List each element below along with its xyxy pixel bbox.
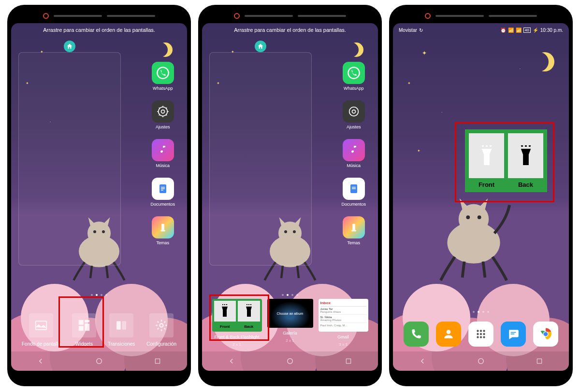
flashlight-preview: Front Back	[212, 299, 262, 332]
nav-recent-button[interactable]	[344, 356, 353, 366]
nav-home-button[interactable]	[476, 356, 486, 366]
svg-point-5	[158, 107, 167, 116]
option-widgets[interactable]: Widgets	[72, 313, 96, 347]
widget-size: 2 x 1	[232, 342, 241, 347]
nav-back-button[interactable]	[227, 356, 236, 366]
front-flash-button[interactable]	[469, 133, 504, 178]
gallery-text: Choose an album	[277, 312, 304, 315]
svg-rect-9	[161, 188, 165, 189]
svg-point-57	[478, 359, 484, 364]
chrome-app[interactable]	[533, 322, 558, 347]
phone-app[interactable]	[404, 322, 429, 347]
app-label: Música	[347, 163, 361, 168]
home-screen-preview[interactable]	[18, 52, 121, 266]
drag-instruction: Arrastre para cambiar el orden de las pa…	[202, 27, 378, 33]
app-ajustes[interactable]: Ajustes	[341, 100, 366, 129]
contacts-app[interactable]	[436, 322, 461, 347]
option-wallpaper[interactable]: Fondo de pantalla	[22, 313, 60, 347]
svg-point-27	[348, 67, 359, 78]
app-documentos[interactable]: Documentos	[150, 178, 175, 207]
back-label: Back	[508, 181, 543, 188]
nav-recent-button[interactable]	[535, 356, 544, 366]
nav-recent-button[interactable]	[153, 356, 162, 366]
option-transitions[interactable]: Transiciones	[108, 313, 135, 347]
svg-rect-17	[79, 326, 84, 331]
app-column: WhatsApp Ajustes Música Documentos Temas	[341, 62, 366, 245]
app-label: Documentos	[341, 202, 366, 207]
app-documentos[interactable]: Documentos	[341, 178, 366, 207]
phone-frame-2: ✦ ✦ Arrastre para cambiar el orden de la…	[198, 5, 382, 386]
app-temas[interactable]: Temas	[150, 216, 175, 245]
nav-bar	[202, 351, 378, 371]
speaker-icon	[107, 15, 155, 17]
home-screen-preview[interactable]	[209, 52, 312, 266]
svg-rect-13	[36, 321, 47, 330]
widget-name: Gmail	[337, 335, 349, 339]
carrier-label: Movistar	[399, 28, 417, 33]
documents-icon	[343, 178, 365, 200]
whatsapp-icon	[343, 62, 365, 84]
widget-gmail[interactable]: Inbox Jonas TarPenguins chaos St. Nikita…	[319, 299, 368, 347]
widgets-icon	[72, 313, 96, 337]
camera-icon	[234, 13, 240, 19]
camera-icon	[43, 13, 49, 19]
app-drawer-button[interactable]	[468, 322, 493, 347]
app-label: Documentos	[150, 202, 175, 207]
svg-rect-8	[161, 187, 165, 188]
svg-rect-34	[351, 230, 356, 232]
dock	[393, 322, 569, 347]
nav-home-button[interactable]	[285, 356, 295, 366]
app-musica[interactable]: Música	[150, 139, 175, 168]
widget-flashlight[interactable]: Front Back Front & Back Flashlight 2 x 1	[212, 299, 262, 347]
svg-rect-12	[160, 230, 165, 232]
app-temas[interactable]: Temas	[341, 216, 366, 245]
phone-top	[393, 9, 569, 23]
svg-rect-22	[156, 359, 160, 363]
svg-point-42	[477, 330, 478, 332]
svg-rect-19	[122, 321, 126, 330]
app-whatsapp[interactable]: WhatsApp	[150, 62, 175, 91]
gallery-preview: Choose an album	[267, 299, 313, 328]
widget-gallery[interactable]: Choose an album Galería 2 x 1	[267, 299, 313, 347]
svg-point-48	[477, 336, 478, 338]
svg-point-46	[480, 333, 482, 335]
svg-rect-33	[352, 224, 355, 230]
back-flash-button[interactable]	[508, 133, 543, 178]
speaker-icon	[298, 15, 346, 17]
app-whatsapp[interactable]: WhatsApp	[341, 62, 366, 91]
music-icon	[152, 139, 174, 161]
svg-point-20	[160, 324, 163, 327]
app-ajustes[interactable]: Ajustes	[150, 100, 175, 129]
camera-icon	[425, 13, 431, 19]
svg-rect-11	[161, 224, 164, 230]
fl-back-label: Back	[238, 323, 260, 330]
themes-icon	[152, 216, 174, 238]
phone-top	[11, 9, 187, 23]
inbox-label: Inbox	[320, 301, 366, 305]
home-indicator-icon	[255, 41, 266, 52]
transitions-icon	[109, 313, 133, 337]
app-label: Temas	[156, 240, 169, 245]
flashlight-widget-placed[interactable]: Front Back	[465, 129, 547, 192]
phone-top	[202, 9, 378, 23]
nav-back-button[interactable]	[418, 356, 427, 366]
option-label: Widgets	[75, 341, 93, 347]
messages-app[interactable]	[501, 322, 526, 347]
option-label: Configuración	[146, 341, 176, 347]
option-config[interactable]: Configuración	[146, 313, 176, 347]
nav-back-button[interactable]	[36, 356, 45, 366]
wifi-icon: 📶	[508, 28, 514, 33]
app-musica[interactable]: Música	[341, 139, 366, 168]
documents-icon	[152, 178, 174, 200]
config-icon	[149, 313, 174, 337]
wallpaper-icon	[29, 313, 53, 337]
speaker-icon	[245, 15, 293, 17]
time-label: 10:30 p.m.	[540, 28, 563, 33]
app-label: Temas	[347, 240, 360, 245]
home-indicator-icon	[64, 41, 75, 52]
app-label: Ajustes	[347, 125, 361, 129]
battery-label: 40	[523, 28, 531, 33]
widget-picker: Front Back Front & Back Flashlight 2 x 1…	[202, 299, 378, 347]
content-overlay: Movistar ↻ ⏰ 📶 📶 40 ⚡ 10:30 p.m.	[393, 23, 569, 371]
nav-home-button[interactable]	[94, 356, 104, 366]
